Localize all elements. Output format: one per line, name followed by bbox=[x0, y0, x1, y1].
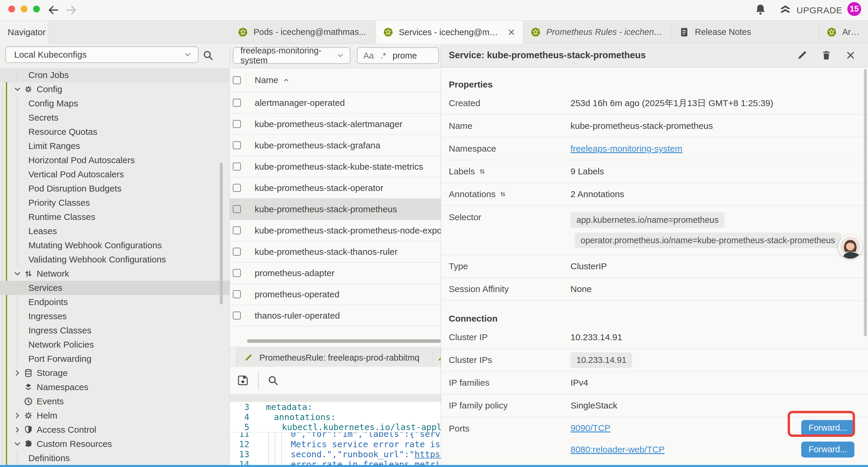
sidebar-item-resource-quotas[interactable]: Resource Quotas bbox=[0, 125, 229, 139]
row-checkbox[interactable] bbox=[233, 205, 241, 213]
port-link[interactable]: 8080:reloader-web/TCP bbox=[570, 444, 665, 455]
filter-search-input[interactable]: Aa .* prome bbox=[357, 47, 439, 64]
sort-updown-icon[interactable] bbox=[478, 168, 486, 175]
table-row[interactable]: kube-prometheus-stack-prometheus-node-ex… bbox=[230, 220, 441, 241]
chevron-down-icon[interactable] bbox=[13, 439, 22, 448]
search-icon[interactable] bbox=[202, 49, 214, 61]
sidebar-item-network[interactable]: Network bbox=[0, 267, 229, 281]
row-checkbox[interactable] bbox=[233, 290, 241, 298]
bell-icon[interactable] bbox=[754, 3, 767, 16]
search-icon[interactable] bbox=[267, 375, 279, 386]
back-arrow-icon[interactable] bbox=[47, 4, 60, 16]
sidebar-item-horizontal-pod-autoscalers[interactable]: Horizontal Pod Autoscalers bbox=[0, 153, 229, 167]
namespace-select[interactable]: freeleaps-monitoring-system bbox=[233, 47, 350, 64]
upgrade-button[interactable]: UPGRADE bbox=[779, 0, 842, 21]
sidebar-item-ingresses[interactable]: Ingresses bbox=[0, 309, 229, 323]
sidebar-scrollbar[interactable] bbox=[220, 163, 223, 304]
table-row[interactable]: kube-prometheus-stack-kube-state-metrics bbox=[230, 156, 441, 177]
row-checkbox[interactable] bbox=[233, 269, 241, 277]
sidebar-item-config-maps[interactable]: Config Maps bbox=[0, 96, 229, 111]
tab-release-notes[interactable]: Release Notes bbox=[672, 21, 819, 43]
kubeconfig-select[interactable]: Local Kubeconfigs bbox=[5, 47, 198, 63]
sidebar-item-secrets[interactable]: Secrets bbox=[0, 111, 229, 125]
sidebar-item-endpoints[interactable]: Endpoints bbox=[0, 295, 229, 309]
sidebar-item-leases[interactable]: Leases bbox=[0, 224, 229, 238]
close-icon[interactable] bbox=[845, 50, 856, 61]
editor-tab-prometheusrule[interactable]: PrometheusRule: freeleaps-prod-rabbitmq bbox=[236, 348, 433, 367]
sidebar-item-custom-resources[interactable]: Custom Resources bbox=[0, 437, 229, 451]
panel-scrollbar[interactable] bbox=[864, 69, 867, 337]
name-column-header[interactable]: Name bbox=[255, 75, 278, 85]
sidebar-item-limit-ranges[interactable]: Limit Ranges bbox=[0, 139, 229, 153]
regex-toggle[interactable]: .* bbox=[380, 51, 386, 61]
sidebar-item-pod-disruption-budgets[interactable]: Pod Disruption Budgets bbox=[0, 181, 229, 196]
chevron-down-icon[interactable] bbox=[13, 85, 22, 94]
row-checkbox[interactable] bbox=[233, 184, 241, 192]
sidebar-item-config[interactable]: Config bbox=[0, 82, 229, 96]
sidebar-item-ingress-classes[interactable]: Ingress Classes bbox=[0, 323, 229, 338]
table-row[interactable]: kube-prometheus-stack-alertmanager bbox=[230, 114, 441, 135]
row-checkbox[interactable] bbox=[233, 226, 241, 234]
chevron-right-icon[interactable] bbox=[13, 425, 22, 434]
traffic-light-zoom-button[interactable] bbox=[33, 6, 40, 12]
horizontal-scrollbar[interactable] bbox=[247, 339, 441, 343]
select-all-checkbox[interactable] bbox=[233, 76, 241, 84]
editor-tab-clipped[interactable] bbox=[433, 348, 441, 367]
sidebar-item-services[interactable]: Services bbox=[0, 281, 229, 295]
match-case-toggle[interactable]: Aa bbox=[363, 51, 374, 61]
sidebar-item-runtime-classes[interactable]: Runtime Classes bbox=[0, 210, 229, 224]
chevron-down-icon[interactable] bbox=[13, 269, 22, 278]
row-checkbox[interactable] bbox=[233, 120, 241, 128]
selector-chip[interactable]: app.kubernetes.io/name=prometheus bbox=[570, 212, 724, 228]
tab-services-icecheng-math-[interactable]: Services - icecheng@math... bbox=[376, 21, 523, 44]
forward-button[interactable]: Forward... bbox=[801, 442, 855, 458]
avatar[interactable] bbox=[838, 235, 862, 259]
sort-ascending-icon[interactable] bbox=[282, 76, 290, 84]
row-checkbox[interactable] bbox=[233, 99, 241, 107]
table-row[interactable]: thanos-ruler-operated bbox=[230, 305, 441, 326]
edit-icon[interactable] bbox=[797, 50, 808, 61]
traffic-light-minimize-button[interactable] bbox=[21, 6, 28, 12]
sidebar-item-access-control[interactable]: Access Control bbox=[0, 423, 229, 437]
sidebar-item-mutating-webhook-configurations[interactable]: Mutating Webhook Configurations bbox=[0, 238, 229, 253]
sidebar-item-vertical-pod-autoscalers[interactable]: Vertical Pod Autoscalers bbox=[0, 167, 229, 181]
sidebar-item-events[interactable]: Events bbox=[0, 394, 229, 408]
tab-argo-se[interactable]: Argo Se bbox=[819, 21, 868, 43]
sidebar-item-validating-webhook-configurations[interactable]: Validating Webhook Configurations bbox=[0, 253, 229, 267]
sidebar-item-helm[interactable]: Helm bbox=[0, 408, 229, 423]
tab-navigator[interactable]: Navigator bbox=[0, 21, 48, 44]
yaml-editor[interactable]: 3metadata:4annotations:5kubectl.kubernet… bbox=[230, 402, 441, 467]
port-link[interactable]: 9090/TCP bbox=[570, 423, 610, 433]
sidebar-item-definitions[interactable]: Definitions bbox=[0, 451, 229, 465]
chevron-right-icon[interactable] bbox=[13, 411, 22, 420]
sidebar-item-port-forwarding[interactable]: Port Forwarding bbox=[0, 352, 229, 366]
chevron-right-icon[interactable] bbox=[13, 369, 22, 377]
sidebar-item-network-policies[interactable]: Network Policies bbox=[0, 338, 229, 352]
sidebar-item-cron-jobs[interactable]: Cron Jobs bbox=[0, 68, 229, 82]
namespace-link[interactable]: freeleaps-monitoring-system bbox=[570, 144, 682, 154]
traffic-light-close-button[interactable] bbox=[8, 6, 15, 12]
save-icon[interactable] bbox=[236, 374, 249, 387]
sidebar-item-priority-classes[interactable]: Priority Classes bbox=[0, 196, 229, 210]
table-row[interactable]: prometheus-adapter bbox=[230, 262, 441, 284]
table-row[interactable]: kube-prometheus-stack-operator bbox=[230, 177, 441, 199]
table-row[interactable]: kube-prometheus-stack-grafana bbox=[230, 135, 441, 156]
table-row[interactable]: prometheus-operated bbox=[230, 284, 441, 305]
table-row[interactable]: alertmanager-operated bbox=[230, 92, 441, 114]
table-row[interactable]: kube-prometheus-stack-thanos-ruler bbox=[230, 241, 441, 262]
tab-pods-icecheng-mathmas-[interactable]: Pods - icecheng@mathmas... bbox=[230, 21, 376, 43]
tab-prometheus-rules-icechen[interactable]: Prometheus Rules - icecheng... bbox=[523, 21, 672, 43]
table-row[interactable]: kube-prometheus-stack-prometheus bbox=[230, 199, 441, 220]
forward-arrow-icon[interactable] bbox=[65, 4, 78, 16]
row-checkbox[interactable] bbox=[233, 248, 241, 256]
row-checkbox[interactable] bbox=[233, 312, 241, 320]
value-chip[interactable]: 10.233.14.91 bbox=[570, 352, 632, 368]
selector-chip[interactable]: operator.prometheus.io/name=kube-prometh… bbox=[575, 233, 841, 248]
row-checkbox[interactable] bbox=[233, 163, 241, 171]
notification-badge[interactable]: 15 bbox=[847, 2, 861, 16]
sidebar-item-namespaces[interactable]: Namespaces bbox=[0, 380, 229, 394]
delete-icon[interactable] bbox=[821, 50, 832, 61]
tab-close-icon[interactable] bbox=[507, 28, 516, 37]
row-checkbox[interactable] bbox=[233, 141, 241, 149]
sort-updown-icon[interactable] bbox=[499, 191, 507, 198]
